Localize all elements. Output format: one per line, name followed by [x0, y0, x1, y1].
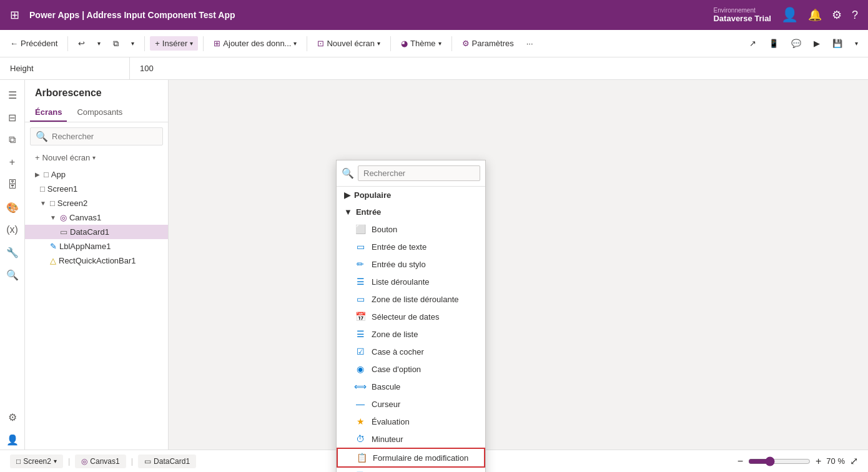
tab-components[interactable]: Composants: [72, 104, 127, 122]
screen1-icon: □: [40, 184, 45, 194]
zoom-plus-button[interactable]: +: [816, 456, 821, 467]
status-tab-screen2[interactable]: □ Screen2 ▾: [10, 455, 63, 468]
item-formulaire-affichage[interactable]: 📄 Formulaire d'affichage: [337, 468, 485, 472]
app-icon: □: [44, 170, 49, 179]
item-case-cocher[interactable]: ☑ Case à cocher: [337, 343, 485, 360]
theme-button[interactable]: ◕ Thème ▾: [396, 36, 446, 51]
tree-search-input[interactable]: [52, 132, 157, 141]
back-arrow-icon: ←: [10, 39, 18, 48]
add-data-button[interactable]: ⊞ Ajouter des donn... ▾: [209, 36, 302, 51]
edit-form-icon: 📋: [355, 453, 368, 463]
controls-icon[interactable]: 🔧: [2, 242, 22, 262]
settings-side-icon[interactable]: ⚙: [2, 407, 22, 427]
item-formulaire-modification[interactable]: 📋 Formulaire de modification: [337, 448, 485, 468]
tree-item-lblappname1[interactable]: ✎ LblAppName1: [25, 239, 168, 253]
copy-icon: ⧉: [113, 39, 119, 49]
star-icon: ★: [354, 416, 367, 426]
share-button[interactable]: ↗: [744, 36, 761, 51]
tree-item-screen1[interactable]: □ Screen1: [25, 182, 168, 196]
app-chevron-icon: ▶: [35, 171, 40, 178]
dropdown-search-icon: 🔍: [342, 167, 354, 179]
insert-button[interactable]: + Insérer ▾: [150, 36, 198, 51]
hamburger-icon[interactable]: ☰: [2, 85, 22, 105]
formula-icon[interactable]: (x): [2, 220, 22, 240]
tree-item-canvas1[interactable]: ▼ ◎ Canvas1: [25, 210, 168, 225]
params-button[interactable]: ⚙ Paramètres: [457, 36, 519, 51]
dropdown-search-input[interactable]: [358, 165, 480, 181]
undo-button[interactable]: ↩: [73, 36, 90, 51]
save-icon: 💾: [832, 39, 842, 48]
search-icon[interactable]: 🔍: [2, 265, 22, 285]
user-side-icon[interactable]: 👤: [2, 430, 22, 450]
item-bouton[interactable]: ⬜ Bouton: [337, 220, 485, 238]
sep4: [307, 36, 307, 51]
paint-icon[interactable]: 🎨: [2, 197, 22, 217]
components-icon[interactable]: ⧉: [2, 130, 22, 150]
save-dropdown[interactable]: ▾: [850, 36, 863, 51]
tree-item-rectquickactionbar1[interactable]: △ RectQuickActionBar1: [25, 253, 168, 268]
tree-item-datacard1[interactable]: ▭ DataCard1: [25, 225, 168, 239]
status-tab-canvas1[interactable]: ◎ Canvas1: [75, 455, 126, 468]
property-selector[interactable]: Height: [5, 57, 130, 79]
expand-button[interactable]: ⤢: [850, 455, 858, 467]
zoom-level: 70 %: [826, 456, 845, 466]
popular-chevron-icon: ▶: [344, 190, 350, 200]
screen-icon: □: [16, 457, 21, 466]
comment-button[interactable]: 💬: [786, 36, 806, 51]
copy-button[interactable]: ⧉: [108, 36, 124, 51]
help-icon[interactable]: ?: [852, 9, 858, 22]
preview-mobile-button[interactable]: 📱: [764, 36, 784, 51]
settings-icon[interactable]: ⚙: [832, 8, 842, 22]
env-label: Environnement: [713, 7, 771, 14]
save-button[interactable]: 💾: [827, 36, 847, 51]
more-icon: ···: [526, 39, 533, 48]
data-icon[interactable]: 🗄: [2, 175, 22, 195]
zoom-slider[interactable]: [748, 456, 811, 466]
add-icon[interactable]: +: [2, 152, 22, 172]
item-entree-texte[interactable]: ▭ Entrée de texte: [337, 238, 485, 255]
user-icon[interactable]: 👤: [781, 7, 798, 23]
status-tab-datacard1[interactable]: ▭ DataCard1: [138, 455, 196, 468]
mobile-icon: 📱: [769, 39, 779, 48]
item-bascule[interactable]: ⟺ Bascule: [337, 378, 485, 395]
tree-item-screen2[interactable]: ▼ □ Screen2: [25, 196, 168, 210]
params-icon: ⚙: [462, 39, 470, 48]
item-liste-deroulante[interactable]: ☰ Liste déroulante: [337, 273, 485, 290]
more-button[interactable]: ···: [521, 36, 538, 51]
slider-icon: —: [354, 399, 367, 409]
sep3: [203, 36, 204, 51]
item-zone-de-liste[interactable]: ☰ Zone de liste: [337, 325, 485, 343]
back-button[interactable]: ← Précédent: [5, 36, 62, 51]
play-button[interactable]: ▶: [809, 36, 825, 51]
grid-icon[interactable]: ⊞: [10, 8, 19, 22]
tree-title: Arborescence: [25, 80, 168, 104]
item-evaluation[interactable]: ★ Évaluation: [337, 413, 485, 430]
canvas1-icon: ◎: [60, 213, 67, 222]
lblappname1-icon: ✎: [50, 242, 57, 251]
new-screen-tree-button[interactable]: + Nouvel écran ▾: [30, 150, 163, 165]
new-screen-icon: ⊡: [317, 39, 324, 48]
layers-icon[interactable]: ⊟: [2, 107, 22, 127]
item-entree-stylo[interactable]: ✏ Entrée du stylo: [337, 255, 485, 273]
tree-search-box[interactable]: 🔍: [30, 127, 163, 145]
section-entree[interactable]: ▼ Entrée: [337, 204, 485, 220]
tab-screens[interactable]: Écrans: [30, 104, 67, 122]
item-zone-liste[interactable]: ▭ Zone de liste déroulante: [337, 290, 485, 308]
item-selecteur-dates[interactable]: 📅 Sélecteur de dates: [337, 308, 485, 325]
sep1: [67, 36, 68, 51]
item-minuteur[interactable]: ⏱ Minuteur: [337, 430, 485, 448]
new-screen-button[interactable]: ⊡ Nouvel écran ▾: [312, 36, 385, 51]
dropdown-search-area[interactable]: 🔍: [337, 160, 485, 187]
item-case-option[interactable]: ◉ Case d'option: [337, 360, 485, 378]
copy-dropdown[interactable]: ▾: [126, 37, 139, 49]
tree-item-app[interactable]: ▶ □ App: [25, 167, 168, 182]
radio-icon: ◉: [354, 364, 367, 374]
formula-value[interactable]: 100: [130, 64, 164, 73]
screen2-icon: □: [50, 199, 55, 208]
zoom-minus-button[interactable]: −: [737, 456, 743, 467]
section-popular[interactable]: ▶ Populaire: [337, 187, 485, 204]
undo-dropdown[interactable]: ▾: [92, 37, 106, 49]
bell-icon[interactable]: 🔔: [808, 8, 822, 22]
environment-info: Environnement Dataverse Trial: [713, 7, 771, 23]
item-curseur[interactable]: — Curseur: [337, 395, 485, 413]
